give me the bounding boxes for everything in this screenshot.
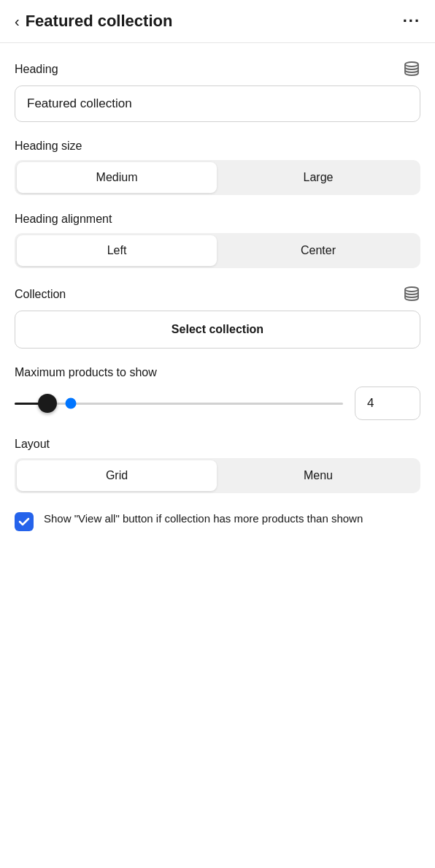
max-products-slider[interactable] <box>15 403 343 405</box>
collection-field-group: Collection Select collection <box>15 286 420 349</box>
back-button[interactable]: ‹ <box>15 13 20 30</box>
view-all-checkbox-wrapper[interactable] <box>15 512 34 531</box>
heading-size-medium-button[interactable]: Medium <box>17 162 217 193</box>
max-products-number-input[interactable] <box>355 387 420 420</box>
heading-alignment-toggle: Left Center <box>15 233 420 268</box>
heading-size-large-button[interactable]: Large <box>218 162 418 193</box>
content: Heading Heading size Medium Large Headin… <box>0 43 435 549</box>
header: ‹ Featured collection ··· <box>0 0 435 43</box>
layout-label: Layout <box>15 438 420 451</box>
heading-db-icon <box>403 61 420 78</box>
slider-container <box>15 392 343 415</box>
heading-alignment-label: Heading alignment <box>15 213 420 226</box>
layout-field-group: Layout Grid Menu <box>15 438 420 493</box>
heading-alignment-field-group: Heading alignment Left Center <box>15 213 420 268</box>
header-left: ‹ Featured collection <box>15 12 172 31</box>
layout-menu-button[interactable]: Menu <box>218 460 418 491</box>
heading-alignment-left-button[interactable]: Left <box>17 235 217 266</box>
slider-row <box>15 387 420 420</box>
collection-label-row: Collection <box>15 286 420 303</box>
svg-point-0 <box>405 62 418 66</box>
view-all-label: Show "View all" button if collection has… <box>44 511 420 526</box>
view-all-row: Show "View all" button if collection has… <box>15 511 420 531</box>
collection-db-icon <box>403 286 420 303</box>
heading-size-field-group: Heading size Medium Large <box>15 140 420 195</box>
layout-grid-button[interactable]: Grid <box>17 460 217 491</box>
heading-label-row: Heading <box>15 61 420 78</box>
heading-label: Heading <box>15 63 58 76</box>
heading-input[interactable] <box>15 85 420 122</box>
svg-point-1 <box>405 287 418 292</box>
heading-field-group: Heading <box>15 61 420 122</box>
page-title: Featured collection <box>26 12 173 31</box>
layout-toggle: Grid Menu <box>15 458 420 493</box>
heading-size-label: Heading size <box>15 140 420 153</box>
select-collection-button[interactable]: Select collection <box>15 311 420 349</box>
more-options-button[interactable]: ··· <box>403 12 420 31</box>
heading-alignment-center-button[interactable]: Center <box>218 235 418 266</box>
max-products-label: Maximum products to show <box>15 366 420 379</box>
heading-size-toggle: Medium Large <box>15 160 420 195</box>
collection-label: Collection <box>15 288 66 301</box>
max-products-field-group: Maximum products to show <box>15 366 420 420</box>
view-all-checkbox[interactable] <box>15 512 34 531</box>
